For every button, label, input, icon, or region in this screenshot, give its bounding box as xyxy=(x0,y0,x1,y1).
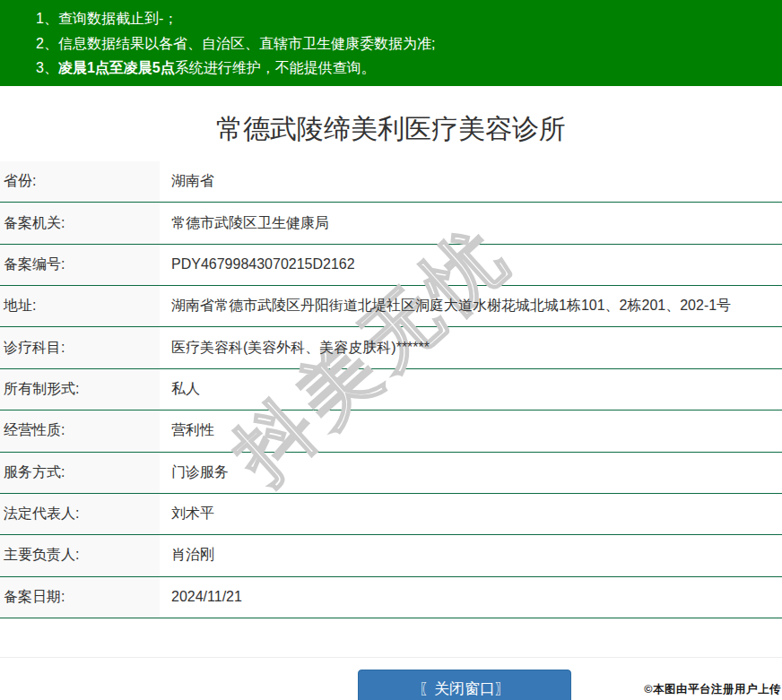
row-label-text: 地址: xyxy=(4,297,36,315)
row-label: 备案日期: xyxy=(0,577,160,618)
row-label: 备案机关: xyxy=(0,203,160,243)
close-window-button[interactable]: 〖关闭窗口〗 xyxy=(358,670,571,700)
row-label: 所有制形式: xyxy=(0,369,160,410)
row-value-text: 私人 xyxy=(171,380,200,399)
notice-line: 2、信息数据结果以各省、自治区、直辖市卫生健康委数据为准; xyxy=(36,31,773,56)
notice-number: 2、 xyxy=(36,36,58,51)
table-row-legal-representative: 法定代表人: 刘术平 xyxy=(0,494,782,535)
record-info-table: 省份: 湖南省 备案机关: 常德市武陵区卫生健康局 备案编号: PDY46799… xyxy=(0,161,782,618)
row-value-text: 刘术平 xyxy=(171,505,214,523)
row-value: 湖南省常德市武陵区丹阳街道北堤社区洞庭大道水榭花城北城1栋101、2栋201、2… xyxy=(160,286,782,326)
table-row-treatment-subjects: 诊疗科目: 医疗美容科(美容外科、美容皮肤科)****** xyxy=(0,327,782,368)
record-page: 1、查询数据截止到-； 2、信息数据结果以各省、自治区、直辖市卫生健康委数据为准… xyxy=(0,0,782,700)
row-value-text: 医疗美容科(美容外科、美容皮肤科)****** xyxy=(171,339,430,358)
row-value: 门诊服务 xyxy=(160,453,782,493)
table-row-filing-date: 备案日期: 2024/11/21 xyxy=(0,577,782,618)
row-label: 诊疗科目: xyxy=(0,327,160,367)
row-label-text: 法定代表人: xyxy=(4,505,79,523)
notice-text: 查询数据截止到-； xyxy=(58,11,178,26)
table-row-filing-authority: 备案机关: 常德市武陵区卫生健康局 xyxy=(0,203,782,244)
row-value: 私人 xyxy=(160,369,782,410)
row-label-text: 所有制形式: xyxy=(4,380,79,399)
row-value-text: 营利性 xyxy=(171,421,214,440)
notice-banner: 1、查询数据截止到-； 2、信息数据结果以各省、自治区、直辖市卫生健康委数据为准… xyxy=(0,0,782,86)
row-label-text: 备案机关: xyxy=(4,214,65,233)
row-value: 医疗美容科(美容外科、美容皮肤科)****** xyxy=(160,327,782,367)
table-row-service-mode: 服务方式: 门诊服务 xyxy=(0,453,782,494)
copyright-watermark: ©本图由平台注册用户上传 xyxy=(644,682,781,697)
row-label: 地址: xyxy=(0,286,160,326)
table-row-ownership-form: 所有制形式: 私人 xyxy=(0,369,782,410)
row-label-text: 备案编号: xyxy=(4,255,65,274)
row-label-text: 主要负责人: xyxy=(4,546,79,565)
row-label: 经营性质: xyxy=(0,410,160,451)
notice-text: 系统进行维护，不能提供查询。 xyxy=(175,60,376,75)
row-value-text: 肖治刚 xyxy=(171,546,214,565)
row-label: 省份: xyxy=(0,161,160,202)
table-row-province: 省份: 湖南省 xyxy=(0,161,782,203)
notice-number: 1、 xyxy=(36,11,58,26)
row-value-text: 门诊服务 xyxy=(171,463,229,482)
row-label-text: 经营性质: xyxy=(4,421,65,440)
row-value: PDY46799843070215D2162 xyxy=(160,245,782,285)
row-label: 法定代表人: xyxy=(0,494,160,534)
page-title: 常德武陵缔美利医疗美容诊所 xyxy=(0,86,782,161)
row-value: 肖治刚 xyxy=(160,535,782,575)
table-row-business-nature: 经营性质: 营利性 xyxy=(0,410,782,452)
row-value: 常德市武陵区卫生健康局 xyxy=(160,203,782,243)
notice-number: 3、 xyxy=(36,60,58,75)
row-label-text: 服务方式: xyxy=(4,463,65,482)
row-value: 营利性 xyxy=(160,410,782,451)
table-row-main-responsible-person: 主要负责人: 肖治刚 xyxy=(0,535,782,576)
notice-line: 3、凌晨1点至凌晨5点系统进行维护，不能提供查询。 xyxy=(36,56,773,81)
row-value-text: 2024/11/21 xyxy=(171,589,242,605)
row-label: 备案编号: xyxy=(0,245,160,285)
row-value: 湖南省 xyxy=(160,161,782,202)
notice-text: 信息数据结果以各省、自治区、直辖市卫生健康委数据为准; xyxy=(58,36,435,51)
row-value-text: 湖南省常德市武陵区丹阳街道北堤社区洞庭大道水榭花城北城1栋101、2栋201、2… xyxy=(171,297,731,315)
row-value: 刘术平 xyxy=(160,494,782,534)
row-value-text: 常德市武陵区卫生健康局 xyxy=(171,214,329,233)
row-value: 2024/11/21 xyxy=(160,577,782,618)
notice-line: 1、查询数据截止到-； xyxy=(36,6,773,31)
row-label-text: 省份: xyxy=(4,172,36,191)
row-label-text: 备案日期: xyxy=(4,588,65,607)
row-value-text: 湖南省 xyxy=(171,172,214,191)
table-row-filing-number: 备案编号: PDY46799843070215D2162 xyxy=(0,245,782,286)
notice-bold-text: 凌晨1点至凌晨5点 xyxy=(58,60,175,75)
row-label: 服务方式: xyxy=(0,453,160,493)
row-value-text: PDY46799843070215D2162 xyxy=(171,256,355,272)
row-label: 主要负责人: xyxy=(0,535,160,575)
footer-divider xyxy=(0,657,782,658)
table-row-address: 地址: 湖南省常德市武陵区丹阳街道北堤社区洞庭大道水榭花城北城1栋101、2栋2… xyxy=(0,286,782,327)
row-label-text: 诊疗科目: xyxy=(4,339,65,358)
